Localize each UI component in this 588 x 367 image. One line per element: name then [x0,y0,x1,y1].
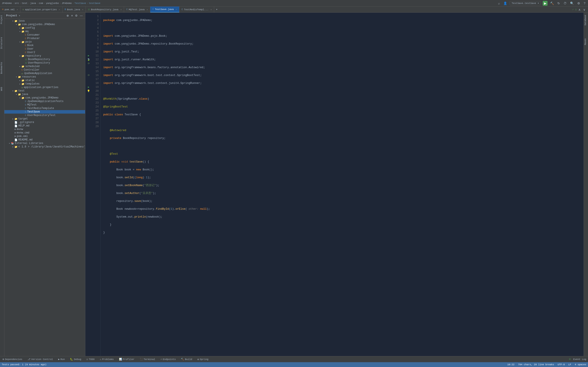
build-btn[interactable]: 🔨 [549,1,555,5]
search-everywhere-btn[interactable]: ⌕ [497,1,501,5]
tree-item-jpademotest[interactable]: C JpaDemoApplicationTests [4,100,85,103]
tab-overflow-btn[interactable]: ▾ [214,7,219,12]
sidebar-tab-bookmarks[interactable]: Bookmarks [0,60,4,76]
spring-btn[interactable]: ✿ Spring [196,357,209,361]
collapse-btn[interactable]: ∧ [578,8,581,12]
tab-bookrepo[interactable]: ① BookRepository.java ✕ [86,7,124,12]
problems-btn[interactable]: ⚠ Problems [99,357,114,361]
tree-item-helpmd[interactable]: 📄 HELP.md [4,124,85,128]
tree-item-test[interactable]: ▾ 📁 test [4,89,85,93]
expand-btn[interactable]: ∨ [582,8,586,12]
sidebar-tab-structure[interactable]: Structure [0,35,4,51]
project-dropdown-arrow[interactable]: ▾ [19,14,20,17]
run-config-dropdown[interactable]: TestSave.testSave ▾ [510,1,541,5]
tree-item-com-yangjunbo[interactable]: ▾ 📁 com.yangjunbo.JPADemo [4,23,85,26]
tab-testredis[interactable]: C TestRedisTempl... ✕ [179,7,214,12]
tree-item-gitignore[interactable]: 📄 .gitignore [4,121,85,124]
tree-item-scheduled[interactable]: ▸ 📁 scheduled [4,65,85,68]
tree-item-userrepo[interactable]: ① UserRepository [4,61,85,65]
tree-item-testsave[interactable]: C TestSave [4,110,85,114]
sidebar-tab-project[interactable]: Project [0,13,4,26]
code-line-6: import org.junit.runner.RunWith; [103,58,584,62]
tree-item-templates[interactable]: ▸ 📁 templates [4,82,85,86]
tree-item-repository[interactable]: ▾ 📁 repository [4,54,85,58]
tree-item-test-com[interactable]: ▾ 📁 com.yangjunbo.JPADemo [4,96,85,100]
tab-testsave[interactable]: C TestSave.java ✕ [150,7,179,12]
tree-item-jpademoapp[interactable]: ✿ JpaDemoApplication [4,72,85,75]
close-panel-btn[interactable]: — [79,14,83,17]
settings-btn[interactable]: ⚙ [576,1,581,5]
locate-file-btn[interactable]: ⊕ [66,14,69,17]
tree-item-readme[interactable]: 📄 README.md [4,138,85,142]
tree-item-bookrepo[interactable]: ① BookRepository [4,58,85,61]
folder-icon: 📁 [21,27,25,30]
tree-item-mq[interactable]: ▾ 📁 mq [4,30,85,33]
collapse-all-btn[interactable]: ≡ [70,14,73,17]
tree-item-extlibs[interactable]: ▾ 📚 External Libraries [4,142,85,145]
tree-item-test-java[interactable]: ▾ 📁 java [4,93,85,96]
tree-item-resources[interactable]: ▾ 📁 resources [4,75,85,79]
code-line-7: import org.springframework.beans.factory… [103,66,584,69]
profiler-btn[interactable]: 📊 Profiler [118,357,135,361]
folder-icon: 📁 [21,65,25,68]
build-btn[interactable]: 🔨 Build [180,357,193,361]
tree-item-controller[interactable]: C Controller [4,68,85,72]
test-status: Tests passed: 1 (9 minutes ago) [2,363,47,366]
tree-item-producer[interactable]: C Producer [4,37,85,40]
run-button[interactable]: ▶ [543,1,547,6]
tree-item-mvnwcmd[interactable]: m mvnw.cmd [4,131,85,134]
schedule-btn[interactable]: ⏱ [563,1,567,5]
tree-item-pom[interactable]: m pom.xml [4,134,85,138]
version-control-btn[interactable]: ⎇ Version Control [27,357,54,361]
update-btn[interactable]: ↻ [556,1,561,5]
tab-book[interactable]: B Book.java ✕ [62,7,86,12]
event-log-btn[interactable]: ② Event Log [569,358,586,361]
dependencies-btn[interactable]: ⊞ Dependencies [2,357,23,361]
title-bar: JPADemo › src › test › java › com › yang… [0,0,588,7]
bookmark-gutter-13: ⟳ [85,62,92,66]
folder-icon: 📁 [14,117,17,120]
tree-item-userrepotest[interactable]: C UserRepositoryTest [4,114,85,117]
help-btn[interactable]: ? [583,1,586,5]
tree-item-appprops[interactable]: ✿ application.properties [4,86,85,89]
tree-item-book[interactable]: C Book [4,44,85,47]
tree-item-testredis[interactable]: C TestRedisTemplate [4,107,85,110]
folder-icon: 📁 [18,93,21,96]
tab-pom[interactable]: m pom.xml ✕ [0,7,20,12]
tree-item-user[interactable]: C User [4,47,85,51]
todo-btn[interactable]: ☑ TODO [86,357,95,361]
code-line-27: } [103,223,584,227]
tab-appprops[interactable]: ⚙ application.properties ✕ [20,7,62,12]
debug-panel-btn[interactable]: 🐛 Debug [69,357,82,361]
run-gutter-19[interactable]: ▶ [85,85,92,89]
run-panel-btn[interactable]: ▶ Run [57,357,66,361]
zoom-btn[interactable]: 🔍 [569,1,575,5]
tree-item-mvnw[interactable]: m mvnw [4,128,85,131]
terminal-btn[interactable]: ⬛ Terminal [139,357,156,361]
endpoints-btn[interactable]: ⚡ Endpoints [159,357,177,361]
tree-item-config[interactable]: ▸ 📁 config [4,26,85,30]
tree-item-target[interactable]: ▸ 📁 target [4,117,85,121]
editor-toolbar: ✓ 1 ∧ ∨ [571,7,588,12]
tree-item-jdk[interactable]: ▸ 📁 < 1.8 > /Library/Java/JavaVirtualMac… [4,145,85,149]
tab-mqtest[interactable]: C MQTest.java ✕ [124,7,150,12]
tree-item-user2[interactable]: C User2 [4,51,85,54]
vcs-btn[interactable]: 👤 [502,1,508,5]
file-icon: 📄 [14,139,17,141]
tree-item-java[interactable]: ▾ 📁 java [4,19,85,23]
tree-item-static[interactable]: ▸ 📁 static [4,79,85,82]
run-gutter-11[interactable]: ▶ [85,54,92,58]
panel-settings-btn[interactable]: ⚙ [74,14,78,17]
code-editor[interactable]: package com.yangjunbo.JPADemo; import co… [101,13,584,356]
class-icon: C [25,48,26,50]
code-line-19: public void testSave() { [103,160,584,164]
tree-item-mqtest[interactable]: C MQTest [4,103,85,107]
code-container[interactable]: ▶ 🍃 ⟳ ⟳ ▶ 💡 [85,13,584,356]
tree-item-consumer[interactable]: C Consumer [4,33,85,37]
sidebar-tab-database[interactable]: Database [584,13,588,27]
sidebar-tab-web[interactable]: Web [0,85,4,93]
tree-item-pojo[interactable]: ▾ 📁 pojo [4,40,85,44]
run-config-label: TestSave.testSave [512,2,536,5]
sidebar-tab-maven[interactable]: Maven [584,36,588,47]
code-line-25: Book newbook=repository.findById(1).orEl… [103,207,584,211]
